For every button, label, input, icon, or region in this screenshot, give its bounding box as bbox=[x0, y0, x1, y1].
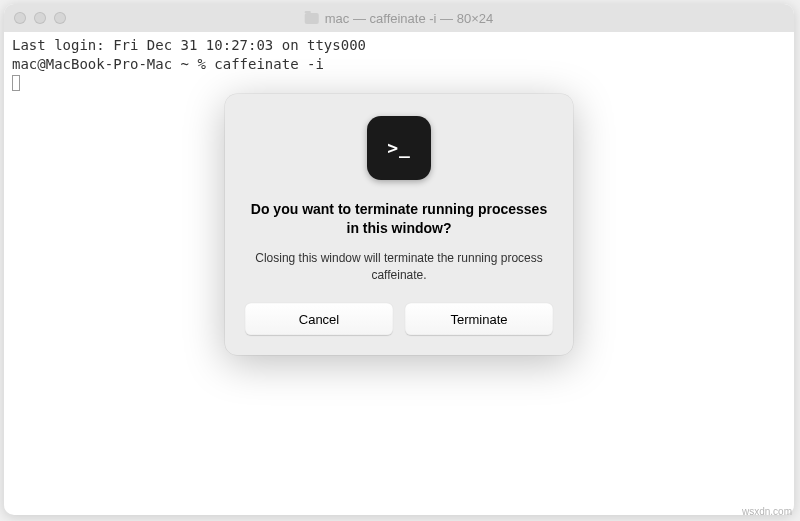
watermark-text: wsxdn.com bbox=[742, 506, 792, 517]
terminal-window: mac — caffeinate -i — 80×24 Last login: … bbox=[4, 4, 794, 515]
dialog-button-row: Cancel Terminate bbox=[245, 303, 553, 335]
terminate-dialog: >_ Do you want to terminate running proc… bbox=[225, 94, 573, 355]
terminal-glyph-icon: >_ bbox=[387, 139, 411, 157]
modal-backdrop: >_ Do you want to terminate running proc… bbox=[4, 4, 794, 515]
cancel-button[interactable]: Cancel bbox=[245, 303, 393, 335]
dialog-title: Do you want to terminate running process… bbox=[245, 200, 553, 238]
terminal-app-icon: >_ bbox=[367, 116, 431, 180]
terminate-button[interactable]: Terminate bbox=[405, 303, 553, 335]
dialog-body: Closing this window will terminate the r… bbox=[245, 250, 553, 284]
